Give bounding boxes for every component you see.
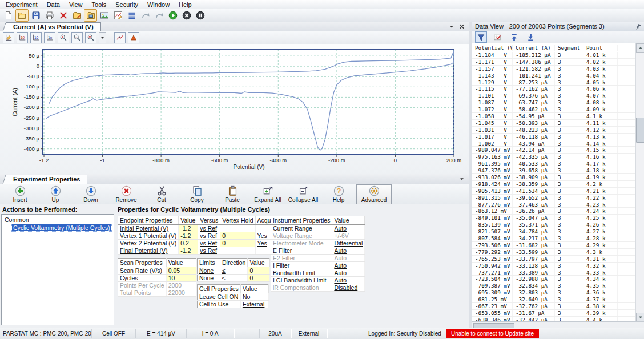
property-value[interactable]: -1.2 [179, 225, 198, 232]
open-experiment-button[interactable] [15, 9, 29, 22]
scroll-to-bottom-button[interactable] [525, 31, 537, 43]
picture-view-button[interactable] [98, 9, 111, 22]
paste-button[interactable]: Paste [215, 184, 250, 204]
property-value[interactable]: Auto [332, 247, 365, 255]
property-value[interactable]: vs Ref [198, 225, 220, 232]
table-row[interactable]: -695.309 mV-32.803 µA34.36 k [472, 289, 636, 296]
property-value[interactable]: Auto [332, 255, 365, 262]
zoom-box-button[interactable] [85, 32, 96, 43]
remove-button[interactable]: Remove [108, 184, 144, 204]
zoom-out-button[interactable] [71, 32, 83, 43]
property-value[interactable]: External [240, 301, 268, 308]
insert-button[interactable]: Insert [2, 184, 38, 204]
table-row[interactable]: -975.163 mV-42.335 µA34.16 k [472, 154, 636, 160]
property-value[interactable]: Auto [332, 269, 365, 277]
peak-marker-button[interactable] [128, 32, 139, 43]
column-header-current-a-[interactable]: Current (A) [513, 45, 555, 51]
column-header-segment[interactable]: Segment [555, 45, 583, 51]
chart-area[interactable]: -1.2-1-800 m-600 m-400 m-200 m0200 m50 µ… [0, 44, 469, 174]
table-row[interactable]: -863.12 mV-36.26 µA34.24 k [472, 208, 636, 215]
property-label[interactable]: Initial Potential (V) [118, 225, 179, 232]
table-row[interactable]: -1.101 V-69.376 µA34.07 k [472, 92, 636, 99]
cut-button[interactable]: Cut [144, 184, 179, 204]
table-row[interactable]: -807.584 mV-34.217 µA34.28 k [472, 235, 636, 242]
table-row[interactable]: -709.387 mV-32.834 µA34.35 k [472, 282, 636, 289]
table-row[interactable]: -723.504 mV-32.988 µA34.34 k [472, 276, 636, 282]
table-row[interactable]: -1.045 V-50.393 µA34.11 k [472, 120, 636, 127]
step-forward-alt-button[interactable] [152, 9, 166, 22]
expand-all-button[interactable]: Expand All [250, 184, 285, 204]
down-button[interactable]: Down [73, 184, 108, 204]
property-value[interactable]: ≤ [220, 267, 248, 275]
table-row[interactable]: -1.143 V-101.241 µA34.04 k [472, 72, 636, 79]
property-value[interactable]: 0.05 [166, 267, 196, 275]
property-value[interactable]: 0 [248, 275, 270, 282]
graph-edit-button[interactable] [111, 9, 124, 22]
table-row[interactable]: -947.376 mV-39.658 µA34.18 k [472, 167, 636, 174]
scroll-up-arrow[interactable] [636, 43, 644, 53]
table-row[interactable]: -750.942 mV-33.128 µA34.32 k [472, 263, 636, 269]
column-header-potential-v-[interactable]: Potential (V) [472, 45, 513, 51]
table-row[interactable]: -989.047 mV-42.14 µA34.15 k [472, 147, 636, 154]
property-value[interactable]: ≤ [220, 275, 248, 282]
properties-menu-button[interactable] [458, 175, 466, 183]
property-value[interactable]: +/-6V [332, 232, 365, 240]
cv-plot[interactable]: -1.2-1-800 m-600 m-400 m-200 m0200 m50 µ… [0, 44, 469, 174]
tab-experiment-properties[interactable]: Experiment Properties [6, 175, 87, 184]
menu-experiment[interactable]: Experiment [1, 1, 42, 9]
table-row[interactable]: -849.101 mV-35.047 µA34.25 k [472, 215, 636, 221]
property-value[interactable]: Auto [332, 262, 365, 269]
property-value[interactable]: 0 [220, 232, 255, 240]
list-view-button[interactable] [125, 9, 138, 22]
chart-close-button[interactable] [458, 23, 466, 30]
table-row[interactable]: -933.026 mV-38.909 µA34.19 k [472, 174, 636, 181]
table-row[interactable]: -765.253 mV-33.797 µA34.31 k [472, 256, 636, 263]
new-experiment-button[interactable] [2, 9, 15, 22]
filter-button[interactable] [475, 31, 487, 43]
save-experiment-button[interactable] [29, 9, 42, 22]
edit-points-button[interactable] [492, 31, 504, 43]
table-row[interactable]: -1.002 V-43.94 µA34.14 k [472, 140, 636, 147]
property-value[interactable]: 10 [166, 275, 196, 282]
table-row[interactable]: -681.25 mV-32.649 µA34.37 k [472, 296, 636, 303]
pin-icon[interactable] [634, 23, 642, 30]
run-experiment-button[interactable] [166, 9, 179, 22]
scroll-to-top-button[interactable] [508, 31, 520, 43]
advanced-button[interactable]: Advanced [356, 184, 392, 204]
menu-tools[interactable]: Tools [87, 1, 111, 9]
property-label[interactable]: Final Potential (V) [118, 247, 179, 255]
column-header-point[interactable]: Point [583, 45, 618, 51]
menu-data[interactable]: Data [42, 1, 65, 9]
table-row[interactable]: -793.506 mV-31.682 µA34.29 k [472, 242, 636, 249]
property-value[interactable]: -1.2 [179, 232, 198, 240]
table-row[interactable]: -1.072 V-58.462 µA34.09 k [472, 106, 636, 113]
table-row[interactable]: -1.171 V-147.386 µA34.02 k [472, 59, 636, 66]
delete-button[interactable] [57, 9, 70, 22]
zoom-in-button[interactable] [58, 32, 69, 43]
chart-menu-button[interactable] [448, 23, 456, 30]
edit-graph-button[interactable] [3, 32, 14, 43]
collapse-all-button[interactable]: Collapse All [285, 184, 321, 204]
table-row[interactable]: -891.315 mV-39.652 µA34.22 k [472, 195, 636, 201]
stop-experiment-button[interactable] [180, 9, 193, 22]
log-x-button[interactable]: 10 [17, 32, 28, 43]
table-row[interactable]: -1.087 V-63.747 µA34.08 k [472, 99, 636, 106]
property-value[interactable]: 0 [248, 267, 270, 275]
table-row[interactable]: -1.157 V-121.582 µA34.03 k [472, 66, 636, 72]
table-row[interactable]: -1.129 V-87.253 µA34.05 k [472, 79, 636, 86]
property-value[interactable]: No [240, 293, 268, 301]
table-row[interactable]: -1.017 V-46.118 µA34.13 k [472, 134, 636, 140]
table-row[interactable]: -653.055 mV-31.67 µA34.39 k [472, 310, 636, 317]
scroll-down-arrow[interactable] [636, 313, 644, 322]
log-y-button[interactable]: 10 [30, 32, 42, 43]
property-value[interactable]: vs Ref [198, 247, 220, 255]
scrollbar-thumb[interactable] [636, 118, 644, 143]
table-row[interactable]: -779.292 mV-33.599 µA34.3 k [472, 249, 636, 256]
trace-style-button[interactable] [114, 32, 126, 43]
tab-current-vs-potential[interactable]: Current (A) vs Potential (V) [6, 22, 101, 31]
pause-experiment-button[interactable] [194, 9, 207, 22]
pictures-folder-button[interactable] [84, 9, 97, 22]
copy-button[interactable]: Copy [179, 184, 215, 204]
property-value[interactable]: vs Ref [198, 232, 220, 240]
table-row[interactable]: -1.031 V-48.223 µA34.12 k [472, 127, 636, 134]
